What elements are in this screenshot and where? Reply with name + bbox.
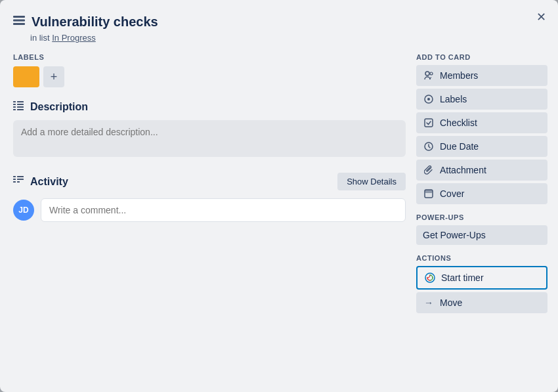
svg-rect-24 <box>425 190 433 193</box>
svg-rect-2 <box>13 23 25 25</box>
members-button[interactable]: Members <box>416 65 547 86</box>
start-timer-icon <box>424 272 436 284</box>
svg-rect-6 <box>17 104 24 105</box>
sidebar: ADD TO CARD Members <box>416 53 547 379</box>
attachment-icon <box>423 164 435 176</box>
comment-input[interactable] <box>41 198 406 222</box>
main-content: LABELS + <box>13 53 406 379</box>
get-power-ups-label: Get Power-Ups <box>423 230 486 240</box>
add-label-button[interactable]: + <box>43 66 64 87</box>
svg-rect-10 <box>17 109 24 110</box>
activity-header-left: Activity <box>13 175 68 188</box>
activity-section: Activity Show Details JD <box>13 173 406 222</box>
svg-rect-16 <box>17 181 20 183</box>
due-date-icon <box>423 141 435 152</box>
svg-rect-9 <box>13 109 16 110</box>
cover-label: Cover <box>440 188 464 199</box>
svg-rect-15 <box>13 181 16 183</box>
close-icon: ✕ <box>536 10 546 24</box>
card-title: Vulnerability checks <box>32 13 158 30</box>
svg-rect-1 <box>13 20 25 22</box>
modal-body: LABELS + <box>13 53 547 379</box>
power-ups-label: POWER-UPS <box>416 213 547 221</box>
svg-rect-13 <box>13 179 16 180</box>
svg-rect-5 <box>13 104 16 105</box>
card-type-icon <box>13 16 25 28</box>
card-header: Vulnerability checks <box>13 13 547 30</box>
description-input[interactable] <box>13 120 406 157</box>
svg-rect-4 <box>17 101 24 102</box>
show-details-button[interactable]: Show Details <box>337 173 406 190</box>
description-title: Description <box>30 101 88 113</box>
move-icon: → <box>423 297 435 309</box>
card-modal: ✕ Vulnerability checks in list In Progre… <box>0 0 558 392</box>
labels-section: LABELS + <box>13 53 406 87</box>
move-button[interactable]: → Move <box>416 292 547 313</box>
modal-overlay[interactable]: ✕ Vulnerability checks in list In Progre… <box>0 0 558 392</box>
svg-rect-0 <box>13 16 25 18</box>
svg-point-18 <box>430 72 433 75</box>
svg-rect-14 <box>17 179 24 180</box>
attachment-button[interactable]: Attachment <box>416 160 547 181</box>
card-list-info: in list In Progress <box>30 33 547 43</box>
svg-rect-3 <box>13 101 16 102</box>
activity-header: Activity Show Details <box>13 173 406 190</box>
labels-section-label: LABELS <box>13 53 406 61</box>
actions-label: ACTIONS <box>416 254 547 262</box>
svg-rect-8 <box>17 106 24 108</box>
comment-row: JD <box>13 198 406 222</box>
svg-point-25 <box>425 273 435 282</box>
activity-icon <box>13 175 24 188</box>
avatar: JD <box>13 200 34 221</box>
get-power-ups-button[interactable]: Get Power-Ups <box>416 225 547 245</box>
add-to-card-label: ADD TO CARD <box>416 53 547 61</box>
svg-point-17 <box>425 72 429 76</box>
description-icon <box>13 100 24 114</box>
start-timer-label: Start timer <box>441 272 484 283</box>
description-section: Description <box>13 100 406 160</box>
svg-rect-11 <box>13 176 16 177</box>
move-label: Move <box>440 297 462 308</box>
cover-icon <box>423 188 435 200</box>
cover-button[interactable]: Cover <box>416 183 547 204</box>
svg-rect-21 <box>425 119 433 127</box>
svg-point-20 <box>427 98 430 100</box>
due-date-button[interactable]: Due Date <box>416 136 547 157</box>
due-date-label: Due Date <box>440 141 479 152</box>
labels-icon <box>423 93 435 105</box>
checklist-label: Checklist <box>440 118 477 128</box>
attachment-label: Attachment <box>440 165 486 175</box>
labels-button[interactable]: Labels <box>416 89 547 110</box>
close-button[interactable]: ✕ <box>532 8 550 26</box>
start-timer-button[interactable]: Start timer <box>416 266 547 290</box>
labels-label: Labels <box>440 94 467 104</box>
label-chip-yellow[interactable] <box>13 66 39 87</box>
description-header: Description <box>13 100 406 114</box>
svg-rect-12 <box>17 176 24 177</box>
activity-title: Activity <box>30 176 68 188</box>
members-icon <box>423 70 435 81</box>
labels-row: + <box>13 66 406 87</box>
plus-icon: + <box>51 70 58 84</box>
members-label: Members <box>440 70 478 81</box>
checklist-icon <box>423 117 435 129</box>
checklist-button[interactable]: Checklist <box>416 112 547 133</box>
list-link[interactable]: In Progress <box>52 33 95 43</box>
svg-rect-7 <box>13 106 16 108</box>
